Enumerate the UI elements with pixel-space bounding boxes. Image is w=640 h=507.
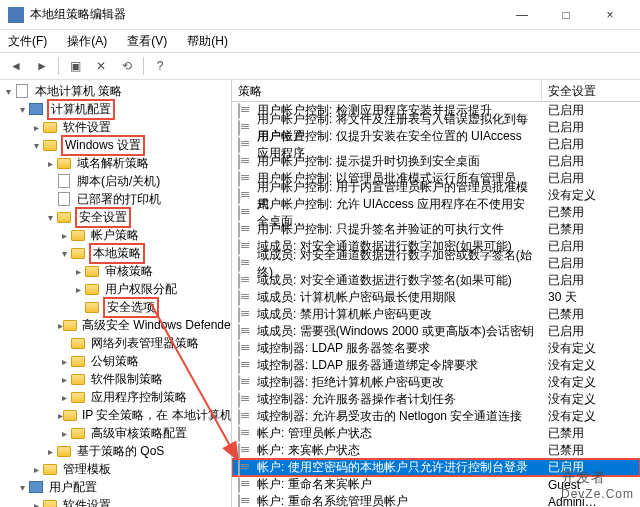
watermark: 开发者 DevZe.Com xyxy=(561,469,634,501)
back-button[interactable]: ◄ xyxy=(4,55,28,77)
forward-button[interactable]: ► xyxy=(30,55,54,77)
tree-software-restrict[interactable]: ▸软件限制策略 xyxy=(0,370,231,388)
maximize-button[interactable]: □ xyxy=(544,1,588,29)
tree-scripts[interactable]: 脚本(启动/关机) xyxy=(0,172,231,190)
menu-action[interactable]: 操作(A) xyxy=(63,31,111,52)
tree-computer-config[interactable]: ▾计算机配置 xyxy=(0,100,231,118)
tree-ipsec[interactable]: ▸IP 安全策略，在 本地计算机 xyxy=(0,406,231,424)
toolbar: ◄ ► ▣ ✕ ⟲ ? xyxy=(0,52,640,80)
help-button[interactable]: ? xyxy=(148,55,172,77)
window-controls: — □ × xyxy=(500,1,632,29)
tree-name-res[interactable]: ▸域名解析策略 xyxy=(0,154,231,172)
tree-app-control[interactable]: ▸应用程序控制策略 xyxy=(0,388,231,406)
refresh-button[interactable]: ⟲ xyxy=(115,55,139,77)
separator xyxy=(143,57,144,75)
app-icon xyxy=(8,7,24,23)
tree-security-options[interactable]: 安全选项 xyxy=(0,298,231,316)
tree-nlm[interactable]: 网络列表管理器策略 xyxy=(0,334,231,352)
tree-adv-audit[interactable]: ▸高级审核策略配置 xyxy=(0,424,231,442)
policy-icon xyxy=(238,495,254,508)
menu-view[interactable]: 查看(V) xyxy=(123,31,171,52)
list-body: 用户帐户控制: 检测应用程序安装并提示提升已启用用户帐户控制: 将文件及注册表写… xyxy=(232,102,640,507)
col-header-setting[interactable]: 安全设置 xyxy=(542,80,640,101)
close-button[interactable]: × xyxy=(588,1,632,29)
menu-file[interactable]: 文件(F) xyxy=(4,31,51,52)
tree-printers[interactable]: 已部署的打印机 xyxy=(0,190,231,208)
tree-audit[interactable]: ▸审核策略 xyxy=(0,262,231,280)
list-header: 策略 安全设置 xyxy=(232,80,640,102)
tree-wdf[interactable]: ▸高级安全 Windows Defender 防火墙 xyxy=(0,316,231,334)
tree-admin-tmpl[interactable]: ▸管理模板 xyxy=(0,460,231,478)
window-title: 本地组策略编辑器 xyxy=(30,6,500,23)
up-button[interactable]: ▣ xyxy=(63,55,87,77)
main-content: ▾本地计算机 策略 ▾计算机配置 ▸软件设置 ▾Windows 设置 ▸域名解析… xyxy=(0,80,640,507)
tree-account-policies[interactable]: ▸帐户策略 xyxy=(0,226,231,244)
menubar: 文件(F) 操作(A) 查看(V) 帮助(H) xyxy=(0,30,640,52)
menu-help[interactable]: 帮助(H) xyxy=(183,31,232,52)
tree-security-settings[interactable]: ▾安全设置 xyxy=(0,208,231,226)
export-button[interactable]: ✕ xyxy=(89,55,113,77)
tree-pubkey[interactable]: ▸公钥策略 xyxy=(0,352,231,370)
tree-qos[interactable]: ▸基于策略的 QoS xyxy=(0,442,231,460)
tree-panel[interactable]: ▾本地计算机 策略 ▾计算机配置 ▸软件设置 ▾Windows 设置 ▸域名解析… xyxy=(0,80,232,507)
tree-user-rights[interactable]: ▸用户权限分配 xyxy=(0,280,231,298)
tree-user-config[interactable]: ▾用户配置 xyxy=(0,478,231,496)
tree-windows-settings[interactable]: ▾Windows 设置 xyxy=(0,136,231,154)
col-header-policy[interactable]: 策略 xyxy=(232,80,542,101)
tree-local-policies[interactable]: ▾本地策略 xyxy=(0,244,231,262)
tree-software2[interactable]: ▸软件设置 xyxy=(0,496,231,507)
titlebar: 本地组策略编辑器 — □ × xyxy=(0,0,640,30)
policy-name: 帐户: 重命名系统管理员帐户 xyxy=(257,493,408,507)
minimize-button[interactable]: — xyxy=(500,1,544,29)
separator xyxy=(58,57,59,75)
policy-list[interactable]: 策略 安全设置 用户帐户控制: 检测应用程序安装并提示提升已启用用户帐户控制: … xyxy=(232,80,640,507)
tree-root[interactable]: ▾本地计算机 策略 xyxy=(0,82,231,100)
tree-software[interactable]: ▸软件设置 xyxy=(0,118,231,136)
